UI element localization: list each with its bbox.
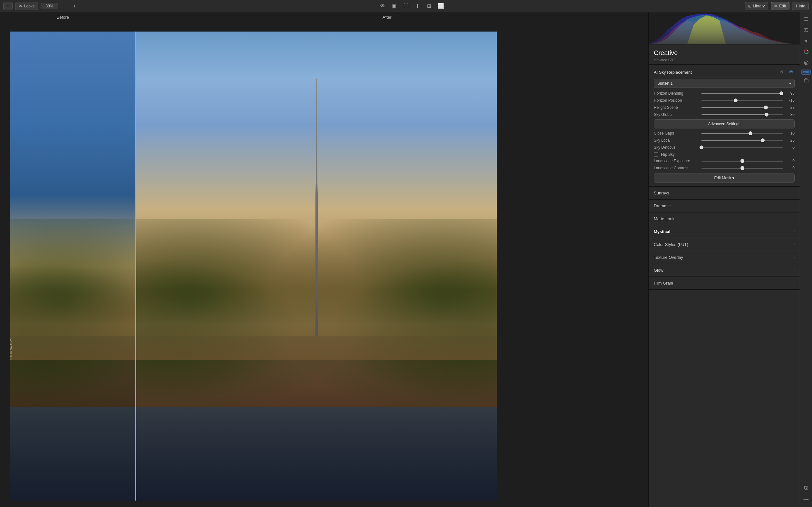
landscape-exposure-thumb xyxy=(741,159,744,163)
sky-defocus-slider[interactable] xyxy=(702,147,783,148)
feature-item-glow[interactable]: Glow › xyxy=(649,264,800,277)
svg-point-8 xyxy=(807,31,808,32)
relight-scene-value: 29 xyxy=(785,105,795,110)
image-container[interactable]: © Matthew Brown xyxy=(10,32,497,501)
zoom-in-button[interactable]: + xyxy=(70,2,79,11)
svg-point-15 xyxy=(804,61,808,65)
history-button[interactable] xyxy=(801,484,811,494)
svg-rect-18 xyxy=(804,79,808,82)
panel-content: Creative elevated.CR2 AI Sky Replacement… xyxy=(649,44,800,507)
feature-item-texture-overlay[interactable]: Texture Overlay › xyxy=(649,251,800,264)
sky-global-slider[interactable] xyxy=(702,114,783,115)
sliders-icon xyxy=(804,27,809,34)
advanced-settings-label: Advanced Settings xyxy=(708,122,740,126)
ai-sky-reset-button[interactable]: ↺ xyxy=(778,68,785,76)
sky-global-fill xyxy=(702,114,767,115)
horizon-position-label: Horizon Position xyxy=(654,98,699,103)
relight-scene-fill xyxy=(702,107,766,108)
flip-sky-row: Flip Sky xyxy=(654,152,795,157)
relight-scene-slider[interactable] xyxy=(702,107,783,108)
buildings-bg xyxy=(10,289,135,360)
landscape-exposure-row: Landscape Exposure 0 xyxy=(654,159,795,163)
horizon-blending-fill xyxy=(702,93,781,94)
horizon-blending-row: Horizon Blending 98 xyxy=(654,91,795,96)
sky-global-label: Sky Global xyxy=(654,112,699,117)
face-tool-button[interactable] xyxy=(801,59,811,68)
edit-icon: ✏ xyxy=(774,4,777,8)
layers-tool-button[interactable] xyxy=(801,15,811,24)
crop-button[interactable]: ⛶ xyxy=(402,2,410,11)
grid-button[interactable]: ⊞ xyxy=(425,2,434,11)
relight-scene-row: Relight Scene 29 xyxy=(654,105,795,110)
feature-item-mystical[interactable]: Mystical › xyxy=(649,225,800,238)
tone-tool-button[interactable] xyxy=(801,37,811,46)
watermark: © Matthew Brown xyxy=(10,337,12,360)
window-button[interactable]: ⬜ xyxy=(436,2,445,11)
feature-item-sunrays[interactable]: Sunrays › xyxy=(649,187,800,200)
histogram-area xyxy=(649,12,800,44)
sky-local-row: Sky Local 25 xyxy=(654,138,795,143)
sky-defocus-thumb xyxy=(700,146,703,149)
add-button[interactable]: + xyxy=(3,2,12,10)
matte-look-arrow-icon: › xyxy=(794,217,795,221)
toolbag-icon xyxy=(804,77,809,84)
horizon-position-slider[interactable] xyxy=(702,100,783,101)
more-button[interactable]: ••• xyxy=(801,495,811,504)
feature-list: Sunrays › Dramatic › Matte Look › Mystic… xyxy=(649,187,800,290)
flip-sky-checkbox[interactable] xyxy=(654,152,658,157)
looks-button[interactable]: 👁 Looks xyxy=(15,2,38,10)
horizon-position-row: Horizon Position -16 xyxy=(654,98,795,103)
svg-point-9 xyxy=(805,40,807,42)
after-water-reflection xyxy=(136,407,497,501)
panel-title: Creative xyxy=(654,49,795,57)
tools-button[interactable] xyxy=(801,76,811,86)
export-button[interactable]: ⬆ xyxy=(413,2,422,11)
sky-local-value: 25 xyxy=(785,138,795,143)
feature-item-color-styles[interactable]: Color Styles (LUT) › xyxy=(649,238,800,251)
layers-icon xyxy=(804,16,809,23)
sky-local-slider[interactable] xyxy=(702,140,783,141)
advanced-settings-button[interactable]: Advanced Settings xyxy=(654,119,795,128)
horizon-position-thumb xyxy=(734,99,738,102)
color-styles-arrow-icon: › xyxy=(794,243,795,246)
main-area: Before After © Matthew Brown xyxy=(0,12,812,507)
dropdown-arrow-icon: ▾ xyxy=(789,81,791,86)
flip-sky-label: Flip Sky xyxy=(661,152,675,157)
feature-item-matte-look[interactable]: Matte Look › xyxy=(649,213,800,225)
zoom-display: 38% xyxy=(41,3,58,9)
close-gaps-fill xyxy=(702,133,751,134)
close-gaps-slider[interactable] xyxy=(702,133,783,134)
canvas-area: Before After © Matthew Brown xyxy=(0,12,648,507)
zoom-out-button[interactable]: − xyxy=(60,2,69,11)
dramatic-label: Dramatic xyxy=(654,204,670,208)
creative-header: Creative elevated.CR2 xyxy=(649,44,800,65)
preview-button[interactable]: 👁 xyxy=(378,2,387,11)
split-divider[interactable] xyxy=(135,32,136,501)
feature-item-film-grain[interactable]: Film Grain › xyxy=(649,277,800,290)
landscape-contrast-label: Landscape Contrast xyxy=(654,166,699,170)
landscape-exposure-slider[interactable] xyxy=(702,161,783,162)
relight-scene-label: Relight Scene xyxy=(654,105,699,110)
adjustments-tool-button[interactable] xyxy=(801,26,811,36)
color-tool-button[interactable] xyxy=(801,48,811,57)
edit-mask-button[interactable]: Edit Mask ▾ xyxy=(654,173,795,182)
ai-sky-toggle-button[interactable]: 👁 xyxy=(788,68,795,76)
relight-scene-thumb xyxy=(764,106,768,109)
svg-point-6 xyxy=(805,29,806,31)
main-toolbar: + 👁 Looks 38% − + 👁 ▣ ⛶ ⬆ ⊞ ⬜ ⊞ Library … xyxy=(0,0,812,12)
sky-local-label: Sky Local xyxy=(654,138,699,143)
ai-sky-replacement-section: AI Sky Replacement ↺ 👁 Sunset 1 ▾ Horizo… xyxy=(649,65,800,187)
before-panel: © Matthew Brown xyxy=(10,32,135,501)
sky-preset-dropdown[interactable]: Sunset 1 ▾ xyxy=(654,79,795,88)
film-grain-label: Film Grain xyxy=(654,281,673,286)
sunrays-arrow-icon: › xyxy=(794,191,795,195)
compare-button[interactable]: ▣ xyxy=(390,2,399,11)
history-icon xyxy=(804,486,809,492)
sky-global-row: Sky Global 30 xyxy=(654,112,795,117)
edit-tab[interactable]: ✏ Edit xyxy=(771,2,790,10)
landscape-contrast-slider[interactable] xyxy=(702,168,783,169)
library-tab[interactable]: ⊞ Library xyxy=(745,2,768,10)
horizon-blending-slider[interactable] xyxy=(702,93,783,94)
feature-item-dramatic[interactable]: Dramatic › xyxy=(649,200,800,213)
info-tab[interactable]: ℹ Info xyxy=(792,2,809,10)
